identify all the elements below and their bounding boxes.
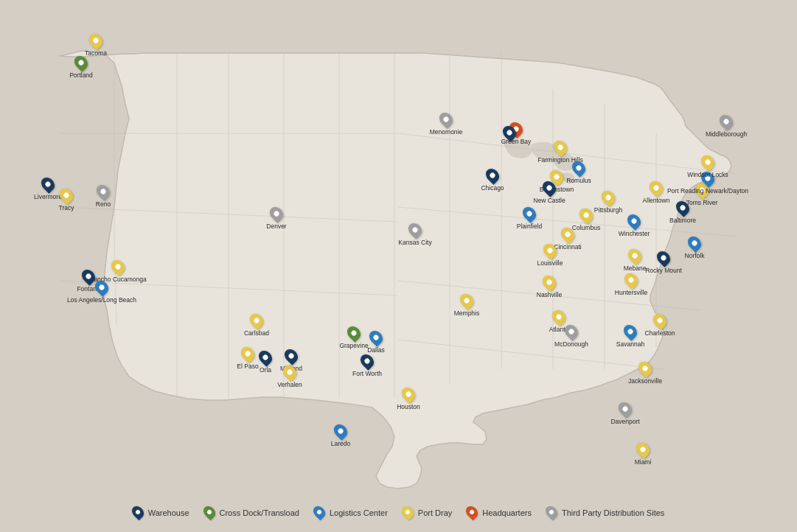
pin-label-middleborough: Middleborough (706, 130, 747, 138)
pin-label-louisville: Louisville (537, 259, 563, 267)
pin-savannah[interactable]: Savannah (624, 324, 636, 339)
pin-label-romulus: Romulus (566, 177, 591, 184)
pin-label-grapevine: Grapevine (339, 342, 368, 349)
pin-fort-worth[interactable]: Fort Worth (361, 354, 373, 368)
legend-label-third-party: Third Party Distribution Sites (562, 508, 664, 517)
pin-label-livermore: Livermore (34, 193, 62, 200)
pin-verhalen[interactable]: Verhalen (284, 365, 296, 379)
pin-label-denver: Denver (266, 223, 286, 230)
pin-tracy[interactable]: Tracy (60, 188, 72, 203)
pin-label-huntersville: Huntersville (615, 289, 647, 296)
legend-label-cross-dock: Cross Dock/Transload (220, 508, 299, 517)
pin-middleborough[interactable]: Middleborough (720, 114, 732, 129)
pin-laredo[interactable]: Laredo (335, 424, 347, 438)
legend-item-warehouse: Warehouse (133, 505, 189, 520)
pin-la-long-beach[interactable]: Los Angeles/Long Beach (96, 280, 108, 295)
pin-kansas-city[interactable]: Kansas City (409, 223, 421, 237)
legend-item-third-party: Third Party Distribution Sites (546, 505, 664, 520)
pin-atlanta[interactable]: Atlanta (553, 309, 565, 324)
pin-label-savannah: Savannah (616, 340, 644, 348)
pin-livermore[interactable]: Livermore (42, 177, 54, 192)
pin-rocky-mount[interactable]: Rocky Mount (658, 251, 669, 265)
pin-miami[interactable]: Miami (637, 442, 649, 457)
pin-romulus[interactable]: Romulus (573, 161, 585, 175)
pin-mcdonough[interactable]: McDonough (565, 324, 577, 339)
pin-label-allentown: Allentown (643, 197, 670, 204)
pin-portland[interactable]: Portland (75, 55, 87, 70)
pin-label-cincinnati: Cincinnati (554, 243, 581, 251)
pin-label-tracy: Tracy (59, 204, 74, 211)
pin-jacksonville[interactable]: Jacksonville (639, 361, 651, 376)
legend-item-headquarters: Headquarters (467, 505, 532, 520)
pin-label-mebane: Mebane (624, 265, 647, 272)
pin-fontana[interactable]: Fontana (83, 269, 94, 284)
legend-label-logistics: Logistics Center (330, 508, 388, 517)
pin-label-chicago: Chicago (481, 184, 504, 192)
pin-orla[interactable]: Orla (260, 350, 271, 365)
pin-windsor-locks[interactable]: Windsor Locks (702, 155, 714, 169)
legend-item-cross-dock: Cross Dock/Transload (204, 505, 299, 520)
map-container: TacomaPortlandLivermoreTracyRenoRancho C… (0, 0, 797, 532)
pin-houston[interactable]: Houston (403, 387, 414, 402)
pin-carlsbad[interactable]: Carlsbad (251, 313, 262, 328)
pin-label-portland: Portland (69, 71, 93, 79)
legend-label-port-dray: Port Dray (418, 508, 452, 517)
pin-label-mcdonough: McDonough (554, 340, 588, 348)
pin-louisville[interactable]: Louisville (544, 243, 556, 258)
pin-label-houston: Houston (397, 403, 420, 410)
pin-new-castle[interactable]: New Castle (543, 181, 555, 195)
pin-grapevine[interactable]: Grapevine (348, 326, 360, 340)
pin-mebane[interactable]: Mebane (629, 248, 641, 263)
pin-huntersville[interactable]: Huntersville (625, 273, 637, 287)
pin-label-miami: Miami (635, 458, 652, 466)
pin-tacoma[interactable]: Tacoma (90, 33, 102, 48)
pin-menomonie[interactable]: Menomonie (440, 112, 452, 127)
pin-label-winchester: Winchester (619, 230, 650, 237)
pin-label-laredo: Laredo (331, 440, 350, 447)
pin-pittsburgh[interactable]: Pittsburgh (602, 190, 614, 205)
pin-label-new-castle: New Castle (533, 197, 565, 204)
legend-item-logistics: Logistics Center (314, 505, 388, 520)
pin-winchester[interactable]: Winchester (628, 214, 640, 228)
pin-rancho-cucamonga[interactable]: Rancho Cucamonga (112, 259, 124, 274)
pin-label-nashville: Nashville (537, 291, 563, 298)
pin-label-el-paso: El Paso (237, 363, 258, 370)
pin-chicago[interactable]: Chicago (487, 168, 498, 183)
pin-label-orla: Orla (260, 366, 271, 374)
pin-label-columbus: Columbus (572, 224, 600, 231)
pin-label-verhalen: Verhalen (277, 381, 302, 388)
pin-label-norfolk: Norfolk (685, 252, 705, 259)
pin-label-plainfield: Plainfield (517, 223, 543, 230)
pin-denver[interactable]: Denver (271, 206, 282, 221)
pin-midland[interactable]: Midland (285, 349, 297, 363)
pin-label-fort-worth: Fort Worth (352, 370, 382, 377)
pin-green-bay-wh[interactable] (504, 125, 515, 140)
pin-plainfield[interactable]: Plainfield (523, 206, 535, 221)
pin-allentown[interactable]: Allentown (650, 181, 662, 195)
pin-label-memphis: Memphis (454, 309, 479, 317)
pin-label-tacoma: Tacoma (85, 49, 107, 57)
pin-charleston[interactable]: Charleston (654, 313, 666, 328)
pin-label-charleston: Charleston (644, 329, 675, 337)
pin-norfolk[interactable]: Norfolk (689, 236, 700, 251)
pin-label-rocky-mount: Rocky Mount (645, 267, 682, 274)
legend-item-port-dray: Port Dray (403, 505, 452, 520)
pin-columbus[interactable]: Columbus (580, 208, 592, 223)
pin-label-dallas: Dallas (367, 346, 385, 354)
pin-label-pittsburgh: Pittsburgh (594, 206, 622, 214)
pin-cincinnati[interactable]: Cincinnati (562, 227, 574, 242)
pin-dallas[interactable]: Dallas (370, 330, 382, 345)
pin-label-windsor-locks: Windsor Locks (687, 171, 728, 178)
pin-reno[interactable]: Reno (97, 184, 109, 199)
pin-farmington-hills[interactable]: Farmington Hills (554, 140, 566, 155)
pin-label-jacksonville: Jacksonville (628, 377, 662, 385)
pin-label-carlsbad: Carlsbad (244, 329, 269, 337)
pin-nashville[interactable]: Nashville (543, 275, 555, 290)
legend-label-warehouse: Warehouse (148, 508, 189, 517)
pin-label-kansas-city: Kansas City (398, 239, 431, 246)
pin-memphis[interactable]: Memphis (461, 293, 473, 308)
pin-el-paso[interactable]: El Paso (242, 346, 254, 361)
pin-label-baltimore: Baltimore (669, 217, 696, 224)
pin-davenport[interactable]: Davenport (619, 402, 631, 416)
pin-label-port-reading: Port Reading Newark/Dayton (667, 187, 748, 195)
